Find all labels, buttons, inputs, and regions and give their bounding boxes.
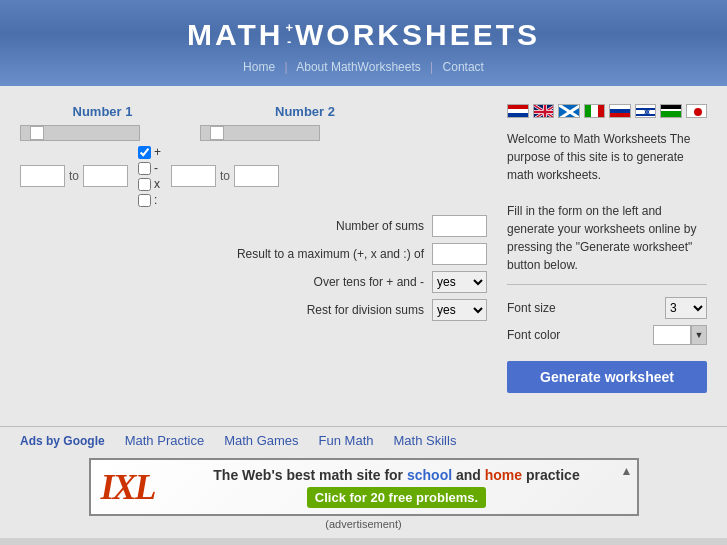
ads-section: Ads by Google Math Practice Math Games F… (0, 426, 727, 454)
banner-content: The Web's best math site for school and … (167, 467, 627, 508)
info-panel: Welcome to Math Worksheets The purpose o… (507, 104, 707, 393)
ad-link-fun-math[interactable]: Fun Math (319, 433, 374, 448)
font-size-label: Font size (507, 301, 556, 315)
flags-row (507, 104, 707, 118)
op-divide-label[interactable]: : (138, 193, 161, 207)
scotland-flag[interactable] (558, 104, 580, 118)
operation-checkboxes: + - x : (138, 145, 161, 207)
nav-contact[interactable]: Contact (443, 60, 484, 74)
font-color-box (653, 325, 691, 345)
russia-flag[interactable] (609, 104, 631, 118)
op-times-label[interactable]: x (138, 177, 161, 191)
num-sums-input[interactable]: 100 (432, 215, 487, 237)
nav-home[interactable]: Home (243, 60, 275, 74)
op-times-checkbox[interactable] (138, 178, 151, 191)
number1-slider[interactable] (20, 125, 140, 141)
op-minus-checkbox[interactable] (138, 162, 151, 175)
italy-flag[interactable] (584, 104, 606, 118)
header-worksheets-text: WORKSHEETS (295, 18, 540, 52)
banner-main-text: The Web's best math site for school and … (167, 467, 627, 483)
header-math-text: MATH (187, 18, 283, 52)
ad-note: (advertisement) (20, 518, 707, 530)
main-content: Number 1 Number 2 1 to 10 + - x : (0, 86, 727, 426)
netherlands-flag[interactable] (507, 104, 529, 118)
number1-label: Number 1 (20, 104, 185, 119)
japan-flag[interactable] (686, 104, 708, 118)
israel-flag[interactable] (635, 104, 657, 118)
num-sums-label: Number of sums (336, 219, 424, 233)
font-color-label: Font color (507, 328, 560, 342)
ad-link-math-practice[interactable]: Math Practice (125, 433, 204, 448)
banner-section: ▲ IXL The Web's best math site for schoo… (0, 454, 727, 538)
rest-div-label: Rest for division sums (307, 303, 424, 317)
number2-slider[interactable] (200, 125, 320, 141)
result-max-label: Result to a maximum (+, x and :) of (237, 247, 424, 261)
svg-point-8 (694, 108, 702, 116)
op-minus-label[interactable]: - (138, 161, 161, 175)
banner-arrow-icon: ▲ (621, 464, 633, 478)
ad-link-math-games[interactable]: Math Games (224, 433, 298, 448)
form-rows: Number of sums 100 Result to a maximum (… (20, 215, 487, 321)
to-label-1: to (69, 169, 79, 183)
over-tens-label: Over tens for + and - (314, 275, 424, 289)
arab-flag[interactable] (660, 104, 682, 118)
font-color-arrow[interactable]: ▼ (691, 325, 707, 345)
font-settings: Font size 1 2 3 4 5 Font color (507, 293, 707, 345)
header-nav: Home | About MathWorksheets | Contact (0, 60, 727, 74)
header: MATH + - WORKSHEETS Home | About MathWor… (0, 0, 727, 86)
op-divide-checkbox[interactable] (138, 194, 151, 207)
rest-div-select[interactable]: yes no (432, 299, 487, 321)
banner-ixl-logo: IXL (101, 466, 155, 508)
n2-to-input[interactable]: 10 (234, 165, 279, 187)
n2-from-input[interactable]: 1 (171, 165, 216, 187)
ads-by-google: Ads by Google (20, 434, 105, 448)
generate-button[interactable]: Generate worksheet (507, 361, 707, 393)
form-panel: Number 1 Number 2 1 to 10 + - x : (20, 104, 487, 393)
result-max-input[interactable] (432, 243, 487, 265)
ad-link-math-skills[interactable]: Math Skills (394, 433, 457, 448)
n1-to-input[interactable]: 10 (83, 165, 128, 187)
welcome-text: Welcome to Math Worksheets The purpose o… (507, 130, 707, 285)
number2-label: Number 2 (245, 104, 365, 119)
uk-flag[interactable] (533, 104, 555, 118)
n1-from-input[interactable]: 1 (20, 165, 65, 187)
nav-about[interactable]: About MathWorksheets (296, 60, 421, 74)
header-plusminus: + - (285, 21, 293, 50)
font-size-select[interactable]: 1 2 3 4 5 (665, 297, 707, 319)
over-tens-select[interactable]: yes no (432, 271, 487, 293)
op-plus-label[interactable]: + (138, 145, 161, 159)
banner-ad[interactable]: ▲ IXL The Web's best math site for schoo… (89, 458, 639, 516)
op-plus-checkbox[interactable] (138, 146, 151, 159)
to-label-2: to (220, 169, 230, 183)
banner-click-text: Click for 20 free problems. (307, 487, 486, 508)
